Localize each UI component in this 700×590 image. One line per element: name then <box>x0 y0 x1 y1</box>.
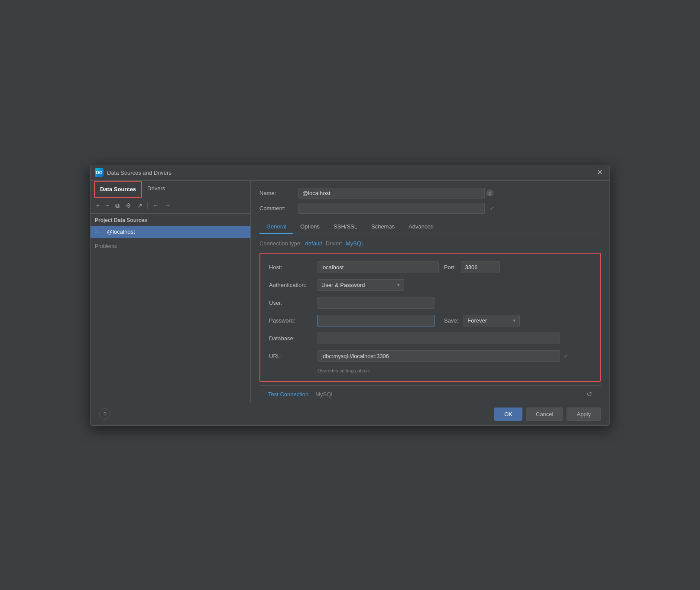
connection-type-value[interactable]: default <box>305 240 322 247</box>
save-select[interactable]: Forever Until restart Never <box>463 315 520 326</box>
comment-input[interactable] <box>298 203 485 214</box>
project-data-sources-label: Project Data Sources <box>91 214 250 226</box>
dialog-title: Data Sources and Drivers <box>107 170 172 176</box>
url-input[interactable] <box>318 350 560 362</box>
save-label: Save: <box>444 317 458 324</box>
url-input-wrapper: ⤢ <box>318 350 567 362</box>
connection-type-row: Connection type: default Driver: MySQL <box>259 240 601 247</box>
cancel-button[interactable]: Cancel <box>526 407 563 421</box>
sidebar: Data Sources Drivers + − ⧉ ⚙ ↗ ← → Proje… <box>91 181 251 403</box>
password-input[interactable] <box>318 315 434 326</box>
app-icon: DG <box>95 168 104 177</box>
copy-button[interactable]: ⧉ <box>113 201 122 211</box>
bottom-bar-left: Test Connection MySQL <box>268 391 334 398</box>
name-label: Name: <box>259 190 294 196</box>
port-label: Port: <box>444 264 456 271</box>
datasource-icon: ⟵ <box>95 228 104 235</box>
database-input[interactable] <box>318 332 560 344</box>
arrow-left-button[interactable]: ← <box>150 201 161 210</box>
database-row: Database: <box>269 332 591 344</box>
name-row-right: ○ <box>298 188 493 199</box>
apply-button[interactable]: Apply <box>567 407 601 421</box>
tab-drivers[interactable]: Drivers <box>142 181 170 198</box>
auth-select[interactable]: User & Password No auth LDAP Kerberos <box>318 279 404 291</box>
tabs-bar: General Options SSH/SSL Schemas Advanced <box>259 220 601 234</box>
sidebar-item-localhost[interactable]: ⟵ @localhost <box>91 226 250 238</box>
tab-data-sources[interactable]: Data Sources <box>94 181 142 198</box>
arrow-right-button[interactable]: → <box>162 201 173 210</box>
settings-button[interactable]: ⚙ <box>123 201 133 210</box>
sidebar-toolbar: + − ⧉ ⚙ ↗ ← → <box>91 198 250 214</box>
close-button[interactable]: ✕ <box>594 168 605 177</box>
user-label: User: <box>269 300 312 306</box>
expand-comment-icon[interactable]: ⤢ <box>490 205 494 211</box>
driver-value[interactable]: MySQL <box>346 240 364 247</box>
password-row: Password: Save: Forever Until restart Ne… <box>269 315 591 326</box>
connection-type-label: Connection type: <box>259 240 302 247</box>
dialog-footer: ? OK Cancel Apply <box>91 403 609 425</box>
dialog: DG Data Sources and Drivers ✕ Data Sourc… <box>90 165 610 426</box>
auth-select-wrapper: User & Password No auth LDAP Kerberos ▼ <box>318 279 404 291</box>
tab-ssh-ssl[interactable]: SSH/SSL <box>327 220 364 234</box>
tab-options[interactable]: Options <box>293 220 327 234</box>
comment-label: Comment: <box>259 205 294 212</box>
user-input[interactable] <box>318 297 434 309</box>
tab-general[interactable]: General <box>259 220 293 234</box>
host-input[interactable] <box>318 261 439 273</box>
driver-name-label: MySQL <box>315 391 334 398</box>
name-input[interactable] <box>298 188 485 199</box>
url-hint: Overrides settings above <box>318 368 591 373</box>
refresh-icon[interactable]: ↺ <box>587 390 592 398</box>
name-options-button[interactable]: ○ <box>486 189 493 196</box>
export-button[interactable]: ↗ <box>135 201 145 210</box>
connection-form-panel: Host: Port: Authentication: User & Passw… <box>259 253 601 382</box>
host-label: Host: <box>269 264 312 271</box>
test-connection-link[interactable]: Test Connection <box>268 391 308 398</box>
problems-section: Problems <box>91 240 250 253</box>
toolbar-separator <box>147 202 148 209</box>
url-row: URL: ⤢ <box>269 350 591 362</box>
user-row: User: <box>269 297 591 309</box>
auth-label: Authentication: <box>269 282 312 288</box>
sidebar-tabs: Data Sources Drivers <box>91 181 250 198</box>
ok-button[interactable]: OK <box>494 407 522 421</box>
tab-advanced[interactable]: Advanced <box>402 220 441 234</box>
url-label: URL: <box>269 353 312 359</box>
main-content: Data Sources Drivers + − ⧉ ⚙ ↗ ← → Proje… <box>91 181 609 403</box>
password-label: Password: <box>269 317 312 324</box>
driver-label-static: Driver: <box>326 240 342 247</box>
name-field-row: Name: ○ <box>259 188 601 199</box>
comment-field-row: Comment: ⤢ <box>259 203 601 214</box>
bottom-bar: Test Connection MySQL ↺ <box>259 385 601 403</box>
auth-row: Authentication: User & Password No auth … <box>269 279 591 291</box>
help-button[interactable]: ? <box>99 408 110 420</box>
port-input[interactable] <box>461 261 500 273</box>
right-panel: Name: ○ Comment: ⤢ General Options SSH/S… <box>251 181 609 403</box>
title-bar: DG Data Sources and Drivers ✕ <box>91 165 609 181</box>
sidebar-item-label: @localhost <box>107 228 135 235</box>
save-select-wrapper: Forever Until restart Never ▼ <box>463 315 520 326</box>
footer-buttons: OK Cancel Apply <box>494 407 601 421</box>
host-port-row: Host: Port: <box>269 261 591 273</box>
title-bar-left: DG Data Sources and Drivers <box>95 168 172 177</box>
expand-url-icon[interactable]: ⤢ <box>564 353 567 359</box>
tab-schemas[interactable]: Schemas <box>364 220 402 234</box>
remove-button[interactable]: − <box>104 201 111 210</box>
add-button[interactable]: + <box>94 201 102 210</box>
database-label: Database: <box>269 335 312 342</box>
